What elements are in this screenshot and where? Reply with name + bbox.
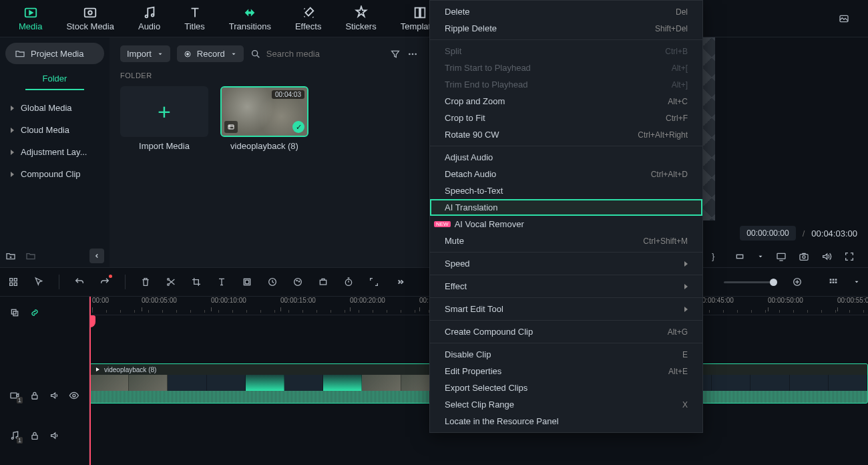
import-dropdown[interactable]: Import [120, 45, 170, 62]
project-media-pill[interactable]: Project Media [5, 43, 104, 64]
ctx-mute[interactable]: MuteCtrl+Shift+M [430, 232, 702, 249]
display-icon[interactable] [776, 251, 787, 262]
link-icon[interactable] [29, 307, 40, 318]
visibility-icon[interactable] [69, 390, 79, 401]
ctx-effect[interactable]: Effect [430, 278, 702, 295]
lock-icon[interactable] [29, 390, 40, 401]
svg-point-2 [88, 11, 92, 15]
keyframe-icon[interactable] [318, 277, 329, 287]
sidebar-item-label: Compound Clip [21, 169, 81, 179]
ctx-select-clip-range[interactable]: Select Clip RangeX [430, 396, 702, 413]
folder-tab[interactable]: Folder [25, 68, 84, 90]
svg-rect-42 [11, 393, 17, 398]
search-input[interactable] [266, 49, 379, 59]
view-options-icon[interactable] [828, 277, 839, 287]
audio-track-header[interactable]: 1 [0, 416, 89, 456]
filter-icon[interactable] [390, 49, 401, 59]
sidebar-item-cloud-media[interactable]: Cloud Media [5, 119, 104, 141]
import-media-tile[interactable]: + Import Media [120, 86, 208, 151]
ctx-rotate-90-cw[interactable]: Rotate 90 CWCtrl+Alt+Right [430, 126, 702, 143]
frame-icon[interactable] [242, 277, 252, 287]
ruler-tick: 00:00:20:00 [350, 297, 385, 304]
caret-icon [11, 172, 14, 177]
caret-icon [11, 150, 14, 155]
text-icon[interactable] [216, 277, 227, 287]
new-folder-icon[interactable] [5, 251, 16, 261]
ctx-smart-edit-tool[interactable]: Smart Edit Tool [430, 301, 702, 317]
color-icon[interactable] [292, 277, 303, 287]
ctx-export-selected-clips[interactable]: Export Selected Clips [430, 379, 702, 396]
clip-duration-badge: 00:04:03 [272, 90, 304, 99]
tab-transitions[interactable]: Transitions [229, 5, 271, 31]
delete-icon[interactable] [140, 277, 151, 287]
ctx-adjust-audio[interactable]: Adjust Audio [430, 149, 702, 166]
tab-media[interactable]: Media [19, 5, 42, 31]
sidebar-item-compound-clip[interactable]: Compound Clip [5, 163, 104, 185]
ctx-speed[interactable]: Speed [430, 255, 702, 272]
crop-icon[interactable] [191, 277, 202, 287]
zoom-in-icon[interactable] [792, 277, 803, 287]
lock-icon[interactable] [29, 430, 40, 441]
zoom-slider[interactable] [724, 281, 777, 283]
chevron-down-icon[interactable] [853, 279, 860, 285]
undo-icon[interactable] [74, 277, 85, 287]
record-dropdown[interactable]: Record [177, 45, 244, 62]
expand-icon[interactable] [369, 277, 379, 287]
current-time[interactable]: 00:00:00:00 [740, 226, 795, 241]
svg-rect-20 [14, 279, 17, 281]
tab-effects[interactable]: Effects [295, 5, 322, 31]
tab-stickers[interactable]: Stickers [345, 5, 376, 31]
svg-rect-38 [833, 281, 835, 283]
ctx-speech-to-text[interactable]: Speech-to-Text [430, 182, 702, 199]
import-label: Import [127, 49, 152, 59]
sidebar-item-global-media[interactable]: Global Media [5, 97, 104, 119]
timer-icon[interactable] [343, 277, 354, 287]
ctx-disable-clip[interactable]: Disable ClipE [430, 346, 702, 363]
grid-icon[interactable] [8, 277, 19, 287]
image-icon[interactable] [839, 13, 849, 24]
fullscreen-icon[interactable] [844, 251, 855, 262]
snapshot-icon[interactable] [799, 251, 809, 262]
tab-label: Transitions [229, 21, 271, 31]
video-track-header[interactable]: 1 [0, 375, 89, 416]
media-clip-tile[interactable]: 00:04:03 ✓ videoplayback (8) [220, 86, 308, 151]
ctx-crop-to-fit[interactable]: Crop to FitCtrl+F [430, 110, 702, 126]
marker-out-icon[interactable]: } [712, 251, 722, 262]
duplicate-track-icon[interactable] [9, 307, 20, 318]
volume-icon[interactable] [821, 251, 832, 262]
mute-track-icon[interactable] [49, 390, 60, 401]
sidebar-item-label: Adjustment Lay... [21, 147, 87, 157]
ctx-locate-in-the-resource-panel[interactable]: Locate in the Resource Panel [430, 413, 702, 430]
redo-icon[interactable] [99, 277, 110, 287]
ctx-detach-audio[interactable]: Detach AudioCtrl+Alt+D [430, 166, 702, 182]
ctx-trim-end-to-playhead: Trim End to PlayheadAlt+] [430, 76, 702, 93]
clip-label: videoplayback (8) [104, 366, 156, 373]
ctx-edit-properties[interactable]: Edit PropertiesAlt+E [430, 363, 702, 379]
tab-titles[interactable]: Titles [184, 5, 205, 31]
svg-point-45 [11, 438, 13, 440]
ctx-delete[interactable]: DeleteDel [430, 3, 702, 20]
ratio-icon[interactable] [734, 251, 745, 262]
ctx-crop-and-zoom[interactable]: Crop and ZoomAlt+C [430, 93, 702, 110]
tab-audio[interactable]: Audio [138, 5, 160, 31]
ctx-create-compound-clip[interactable]: Create Compound ClipAlt+G [430, 323, 702, 340]
ctx-ai-vocal-remover[interactable]: NEWAI Vocal Remover [430, 216, 702, 232]
more-icon[interactable] [407, 49, 418, 59]
mute-track-icon[interactable] [49, 430, 60, 441]
ctx-ripple-delete[interactable]: Ripple DeleteShift+Del [430, 20, 702, 37]
play-icon [94, 366, 101, 373]
svg-rect-37 [830, 281, 832, 283]
chevron-down-icon[interactable] [757, 253, 764, 260]
playhead[interactable] [89, 297, 91, 465]
speed-icon[interactable] [267, 277, 278, 287]
svg-point-4 [151, 14, 154, 17]
more-tools-icon[interactable] [394, 277, 405, 287]
video-track-icon: 1 [9, 390, 20, 401]
cursor-icon[interactable] [33, 277, 44, 287]
collapse-sidebar-button[interactable] [89, 249, 104, 263]
split-icon[interactable] [166, 277, 176, 287]
svg-rect-31 [320, 280, 326, 285]
sidebar-item-adjustment-layer[interactable]: Adjustment Lay... [5, 141, 104, 163]
tab-stock-media[interactable]: Stock Media [66, 5, 114, 31]
ctx-ai-translation[interactable]: AI Translation [430, 199, 702, 216]
